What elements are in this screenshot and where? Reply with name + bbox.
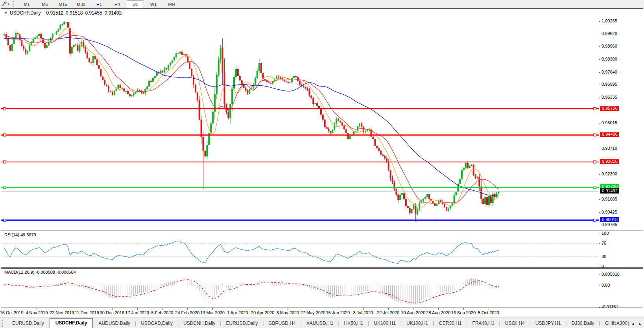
drawing-tool-icon[interactable] <box>1 1 7 7</box>
rsi-tick-label: 30 <box>602 254 606 259</box>
tab-scroll-right-icon[interactable]: ► <box>637 322 644 328</box>
tabbar-grip[interactable] <box>2 320 4 327</box>
chart-tab-eurusd-daily[interactable]: EURUSD,Daily <box>7 319 49 328</box>
date-tick-mark <box>463 308 464 310</box>
trading-platform-window: ▾ M1M5M15M30H1H4D1W1MN ▼ USDCHF,Daily 0.… <box>0 0 644 328</box>
date-tick-mark <box>388 308 389 310</box>
chart-tab-eurusd-daily[interactable]: EURUSD,Daily <box>221 319 262 328</box>
level-handle[interactable] <box>4 134 6 136</box>
chart-tab-gbpusd-h4[interactable]: GBPUSD,H4 <box>264 319 300 328</box>
price-tick-mark <box>599 85 600 85</box>
date-label: 30 Dec 2019 <box>100 310 124 315</box>
date-label: 5 Feb 2020 <box>151 310 173 315</box>
timeframe-button-d1[interactable]: D1 <box>127 0 144 8</box>
chart-tab-usdchf-daily[interactable]: USDCHF,Daily <box>50 318 93 328</box>
date-label: 16 Oct 2019 <box>0 310 24 315</box>
tool-dropdown-caret[interactable]: ▾ <box>8 2 9 6</box>
timeframe-button-m15[interactable]: M15 <box>54 0 72 8</box>
price-tick-label: 0.92390 <box>602 171 617 176</box>
price-tick-label: 1.00265 <box>602 18 617 23</box>
price-tick-mark <box>599 199 600 200</box>
date-tick-mark <box>413 308 413 310</box>
rsi-tick-mark <box>599 243 600 244</box>
date-label: 22 Jul 2020 <box>377 310 399 315</box>
timeframe-button-h1[interactable]: H1 <box>90 0 108 8</box>
date-tick-mark <box>212 308 213 310</box>
ma-16-line <box>4 34 498 205</box>
macd-chart[interactable] <box>1 269 599 308</box>
date-tick-mark <box>87 308 87 310</box>
chart-tab-dj30-daily[interactable]: DJ30,Daily <box>566 319 599 328</box>
chart-tab-usoil-h4[interactable]: USOil,H4 <box>500 319 530 328</box>
price-tick-label: 0.96995 <box>602 82 617 87</box>
date-axis[interactable]: 16 Oct 20194 Nov 201922 Nov 201911 Dec 2… <box>1 308 643 317</box>
chart-tab-china300-h1[interactable]: CHINA300,H1 <box>600 319 628 328</box>
chart-tab-usdjpy-h1[interactable]: USDJPY,H1 <box>531 319 565 328</box>
level-handle[interactable] <box>4 219 6 221</box>
chart-tab-uk100-h1[interactable]: UK100,H1 <box>369 319 400 328</box>
chart-tab-usdcnh-daily[interactable]: USDCNH,Daily <box>179 319 220 328</box>
chart-tab-audusd-daily[interactable]: AUDUSD,Daily <box>94 319 135 328</box>
price-tick-label: 0.90425 <box>602 210 617 214</box>
price-tick-label: 0.95015 <box>602 120 617 125</box>
date-label: 20 Apr 2020 <box>251 310 274 315</box>
quote-close: 0.91492 <box>105 10 122 16</box>
tab-scroll-left-icon[interactable]: ◄ <box>629 322 637 328</box>
chart-tab-bar: EURUSD,DailyUSDCHF,DailyAUDUSD,Daily|USD… <box>0 317 644 328</box>
price-tick-label: 0.91085 <box>602 197 617 201</box>
chart-tab-fra40-h1[interactable]: FRA40,H1 <box>468 319 499 328</box>
level-handle[interactable] <box>4 161 6 163</box>
macd-tick-label: 0.005818 <box>602 272 620 276</box>
level-handle[interactable] <box>594 108 596 110</box>
macd-axis[interactable]: 0.0058180.00-0.01151 <box>599 269 643 308</box>
date-tick-mark <box>288 308 288 310</box>
timeframe-button-mn[interactable]: MN <box>163 0 180 8</box>
chart-tab-usdcad-daily[interactable]: USDCAD,Daily <box>136 319 177 328</box>
level-handle[interactable] <box>594 219 596 221</box>
date-tick-mark <box>187 308 188 310</box>
date-label: 8 May 2020 <box>277 310 299 315</box>
date-label: 28 Aug 2020 <box>426 310 450 315</box>
chart-quote-header: ▼ USDCHF,Daily 0.91512 0.91518 0.91455 0… <box>4 10 122 16</box>
level-handle[interactable] <box>594 186 596 188</box>
timeframe-button-m5[interactable]: M5 <box>36 0 54 8</box>
level-handle[interactable] <box>4 108 6 110</box>
chart-tab-ger30-h1[interactable]: GER30,H1 <box>434 319 466 328</box>
timeframe-buttons: M1M5M15M30H1H4D1W1MN <box>18 0 181 8</box>
price-tick-mark <box>599 225 600 225</box>
date-label: 24 Feb 2020 <box>175 310 199 315</box>
price-level-badge: 0.93016 <box>600 159 619 164</box>
date-label: 17 Jan 2020 <box>125 310 149 315</box>
date-label: 4 Nov 2019 <box>26 310 48 315</box>
price-tick-mark <box>599 59 600 60</box>
rsi-tick-mark <box>599 257 600 257</box>
toolbar-grip[interactable] <box>13 1 15 7</box>
level-handle[interactable] <box>4 186 6 188</box>
date-tick-mark <box>12 308 12 310</box>
collapse-caret-icon[interactable]: ▼ <box>4 11 7 15</box>
timeframe-button-w1[interactable]: W1 <box>145 0 162 8</box>
timeframe-button-m30[interactable]: M30 <box>72 0 90 8</box>
ma-8-line <box>4 27 498 208</box>
price-axis[interactable]: 1.002650.996200.989600.983000.976400.969… <box>599 9 643 230</box>
chart-tab-hk50-h1[interactable]: HK50,H1 <box>340 319 368 328</box>
level-handle[interactable] <box>594 161 596 163</box>
rsi-chart[interactable] <box>1 231 599 267</box>
price-tick-mark <box>599 98 600 98</box>
chart-tab-xauusd-h1[interactable]: XAUUSD,H1 <box>302 319 338 328</box>
price-tick-label: 0.96335 <box>602 95 617 100</box>
chart-tab-uk100-h1[interactable]: UK100,H1 <box>402 319 433 328</box>
price-level-badge: 0.94406 <box>600 132 619 137</box>
price-tick-mark <box>599 21 600 22</box>
rsi-axis[interactable]: 10070300 <box>599 231 643 267</box>
timeframe-button-h4[interactable]: H4 <box>109 0 126 8</box>
quote-low: 0.91455 <box>85 10 102 16</box>
main-chart-panel: ▼ USDCHF,Daily 0.91512 0.91518 0.91455 0… <box>1 8 643 230</box>
price-tick-label: 0.97640 <box>602 70 617 74</box>
candlestick-chart[interactable] <box>1 9 599 230</box>
timeframe-button-m1[interactable]: M1 <box>18 0 35 8</box>
price-tick-mark <box>599 34 600 34</box>
level-handle[interactable] <box>594 134 596 136</box>
price-tick-label: 0.98300 <box>602 57 617 61</box>
date-label: 1 Apr 2020 <box>227 310 248 315</box>
